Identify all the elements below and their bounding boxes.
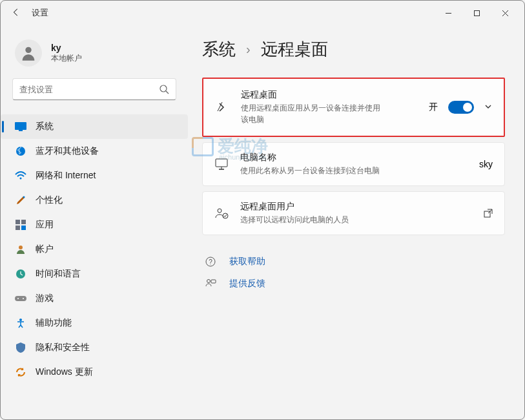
nav-time[interactable]: 时间和语言 [1, 262, 188, 286]
avatar [15, 39, 42, 67]
nav-bluetooth[interactable]: 蓝牙和其他设备 [1, 139, 188, 163]
remote-toggle[interactable] [448, 101, 474, 114]
nav-label: Windows 更新 [36, 366, 93, 378]
profile-sub: 本地帐户 [51, 53, 82, 64]
svg-point-29 [207, 280, 211, 283]
nav-label: 游戏 [36, 293, 54, 304]
nav-list: 系统 蓝牙和其他设备 网络和 Internet 个性化 应用 [1, 114, 188, 384]
update-icon [15, 366, 26, 378]
nav-accounts[interactable]: 帐户 [1, 237, 188, 262]
window-title: 设置 [32, 7, 48, 19]
svg-point-7 [16, 147, 25, 156]
chevron-down-icon[interactable] [484, 103, 492, 112]
feedback-link[interactable]: 提供反馈 [229, 278, 265, 289]
users-icon [214, 207, 229, 219]
nav-label: 时间和语言 [36, 268, 81, 280]
card-sub: 使用远程桌面应用从另一设备连接并使用该电脑 [241, 102, 383, 125]
help-icon: ? [203, 256, 218, 268]
nav-label: 辅助功能 [36, 317, 72, 329]
svg-point-24 [218, 209, 221, 213]
svg-point-17 [17, 298, 19, 299]
breadcrumb-current: 远程桌面 [261, 38, 328, 61]
display-icon [15, 121, 26, 132]
profile-name: ky [51, 43, 82, 53]
svg-rect-11 [21, 220, 26, 224]
close-button[interactable] [491, 3, 519, 23]
svg-point-14 [19, 246, 23, 249]
svg-rect-16 [15, 296, 26, 301]
nav-label: 网络和 Internet [36, 170, 96, 182]
svg-point-2 [25, 47, 31, 53]
help-link[interactable]: 获取帮助 [229, 256, 265, 268]
open-icon [484, 209, 493, 218]
chevron-right-icon: › [246, 42, 251, 57]
nav-accessibility[interactable]: 辅助功能 [1, 311, 188, 335]
pcname-card: 电脑名称 使用此名称从另一台设备连接到这台电脑 sky [202, 142, 505, 186]
svg-rect-13 [21, 226, 26, 230]
nav-label: 帐户 [36, 244, 54, 255]
remote-icon [215, 101, 229, 114]
feedback-icon [203, 278, 218, 289]
search-box[interactable] [12, 78, 176, 100]
search-input[interactable] [19, 85, 159, 94]
shield-icon [15, 342, 26, 353]
pc-icon [214, 158, 229, 170]
nav-privacy[interactable]: 隐私和安全性 [1, 335, 188, 360]
profile[interactable]: ky 本地帐户 [1, 33, 188, 78]
svg-point-18 [23, 298, 24, 299]
breadcrumb-root[interactable]: 系统 [202, 38, 236, 61]
back-button[interactable] [6, 8, 26, 19]
nav-label: 系统 [36, 121, 54, 132]
links-section: ? 获取帮助 提供反馈 [202, 251, 505, 295]
help-link-row: ? 获取帮助 [202, 251, 505, 273]
card-title: 远程桌面用户 [240, 201, 472, 213]
feedback-link-row: 提供反馈 [202, 273, 505, 295]
nav-personalization[interactable]: 个性化 [1, 188, 188, 213]
nav-system[interactable]: 系统 [1, 114, 188, 139]
minimize-button[interactable] [434, 3, 462, 23]
apps-icon [15, 219, 26, 231]
svg-point-8 [20, 178, 22, 180]
svg-rect-30 [211, 280, 216, 283]
accessibility-icon [15, 317, 26, 329]
svg-point-19 [19, 319, 22, 321]
card-title: 远程桌面 [241, 89, 417, 101]
svg-rect-1 [474, 10, 479, 16]
svg-line-4 [166, 91, 169, 94]
nav-label: 应用 [36, 219, 54, 231]
nav-apps[interactable]: 应用 [1, 213, 188, 237]
svg-text:?: ? [209, 258, 212, 266]
svg-rect-21 [216, 159, 227, 167]
remote-desktop-card[interactable]: 远程桌面 使用远程桌面应用从另一设备连接并使用该电脑 开 [202, 78, 505, 137]
nav-update[interactable]: Windows 更新 [1, 360, 188, 384]
bluetooth-icon [15, 145, 26, 157]
person-icon [15, 244, 26, 255]
nav-gaming[interactable]: 游戏 [1, 286, 188, 311]
svg-rect-12 [15, 226, 20, 230]
svg-rect-5 [15, 122, 26, 130]
card-title: 电脑名称 [240, 152, 468, 163]
sidebar: ky 本地帐户 系统 蓝牙和其他设备 [1, 25, 194, 419]
nav-label: 隐私和安全性 [36, 342, 90, 353]
breadcrumb: 系统 › 远程桌面 [202, 38, 505, 61]
nav-label: 蓝牙和其他设备 [36, 145, 99, 157]
pcname-value: sky [479, 159, 493, 169]
card-sub: 使用此名称从另一台设备连接到这台电脑 [240, 165, 468, 176]
users-card[interactable]: 远程桌面用户 选择可以远程访问此电脑的人员 [202, 191, 505, 235]
search-icon [159, 84, 169, 94]
titlebar: 设置 [1, 1, 524, 25]
brush-icon [15, 194, 26, 206]
svg-point-9 [23, 196, 25, 198]
main-content: 系统 › 远程桌面 远程桌面 使用远程桌面应用从另一设备连接并使用该电脑 开 [194, 25, 524, 419]
settings-window: 设置 ky 本地帐户 [0, 0, 525, 420]
nav-network[interactable]: 网络和 Internet [1, 163, 188, 188]
maximize-button[interactable] [462, 3, 491, 23]
svg-rect-6 [19, 130, 23, 131]
gamepad-icon [15, 293, 26, 304]
nav-label: 个性化 [36, 194, 63, 206]
toggle-state: 开 [429, 101, 438, 113]
svg-point-3 [160, 85, 167, 92]
clock-icon [15, 268, 26, 280]
card-sub: 选择可以远程访问此电脑的人员 [240, 214, 472, 226]
wifi-icon [15, 170, 26, 182]
